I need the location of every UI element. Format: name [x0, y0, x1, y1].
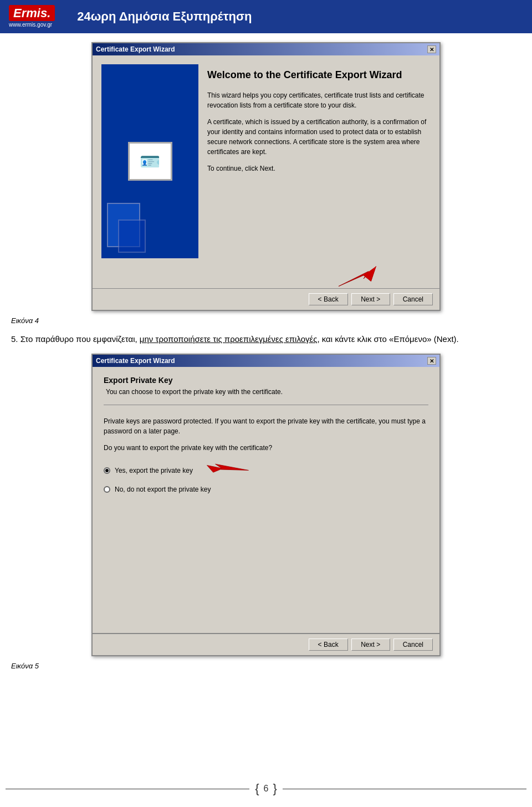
footer-brace-right: }	[273, 782, 277, 796]
dialog2-section-title: Export Private Key	[104, 376, 428, 385]
footer-line-left	[6, 789, 249, 789]
dialog1-cancel-button[interactable]: Cancel	[393, 293, 433, 305]
radio-no-label: No, do not export the private key	[115, 486, 211, 493]
dialog1-close-button[interactable]: ✕	[427, 45, 436, 53]
dialog1-paragraph1: This wizard helps you copy certificates,…	[207, 90, 431, 110]
dialog1-paragraph3: To continue, click Next.	[207, 164, 431, 173]
dialog1-paragraph2: A certificate, which is issued by a cert…	[207, 117, 431, 157]
caption2: Εικόνα 5	[11, 662, 521, 670]
svg-marker-2	[207, 464, 248, 472]
header-title: 24ωρη Δημόσια Εξυπηρέτηση	[77, 9, 252, 24]
dialog2-divider	[104, 405, 428, 405]
dialog1-next-button[interactable]: Next >	[351, 293, 390, 305]
footer-page-number: 6	[259, 784, 273, 794]
dialog2-close-button[interactable]: ✕	[427, 357, 436, 365]
step5-after: , και κάντε κλικ στο «Επόμενο» (Next).	[317, 334, 458, 344]
dialog2-body: Export Private Key You can choose to exp…	[93, 367, 439, 633]
caption1: Εικόνα 4	[11, 316, 521, 325]
certificate-icon-box: 🪪	[128, 142, 172, 181]
red-arrow-next	[329, 261, 378, 292]
dialog2-info: Private keys are password protected. If …	[104, 416, 428, 436]
dialog1-image-panel: 🪪	[101, 64, 198, 258]
dialog1-titlebar: Certificate Export Wizard ✕	[93, 43, 439, 55]
dialog1-title: Certificate Export Wizard	[96, 45, 175, 53]
dialog2-titlebar: Certificate Export Wizard ✕	[93, 355, 439, 367]
radio-yes-label: Yes, export the private key	[115, 467, 193, 474]
logo-url: www.ermis.gov.gr	[9, 22, 55, 28]
dialog2-footer: < Back Next > Cancel	[93, 634, 439, 655]
header: Ermis. www.ermis.gov.gr 24ωρη Δημόσια Εξ…	[0, 0, 532, 33]
page-footer: { 6 }	[0, 782, 532, 796]
dialog2-subtitle: You can choose to export the private key…	[104, 388, 428, 396]
dialog2-question: Do you want to export the private key wi…	[104, 444, 428, 452]
dialog2-title: Certificate Export Wizard	[96, 357, 175, 365]
footer-line-right	[283, 789, 526, 789]
dialog1-certificate-export-wizard: Certificate Export Wizard ✕ 🪪 Welcome to…	[91, 42, 441, 311]
step5-text: 5. Στο παράθυρο που εμφανίζεται, μην τρο…	[11, 333, 521, 346]
radio-no-option[interactable]: No, do not export the private key	[104, 486, 428, 493]
step5-before: 5. Στο παράθυρο που εμφανίζεται,	[11, 334, 140, 344]
logo: Ermis. www.ermis.gov.gr	[9, 6, 55, 28]
dialog1-text-area: Welcome to the Certificate Export Wizard…	[207, 64, 431, 279]
step5-underline: μην τροποποιήσετε τις προεπιλεγμένες επι…	[140, 334, 318, 344]
dialog2-export-private-key: Certificate Export Wizard ✕ Export Priva…	[91, 354, 441, 656]
dialog1-body: 🪪 Welcome to the Certificate Export Wiza…	[93, 55, 439, 288]
dialog2-back-button[interactable]: < Back	[309, 639, 348, 651]
logo-text: Ermis.	[9, 5, 55, 21]
certificate-icon: 🪪	[140, 152, 160, 171]
footer-brace-left: {	[255, 782, 259, 796]
red-arrow-radio	[203, 461, 253, 480]
radio-yes-option[interactable]: Yes, export the private key	[104, 461, 428, 480]
dialog2-cancel-button[interactable]: Cancel	[393, 639, 433, 651]
dialog2-next-button[interactable]: Next >	[351, 639, 390, 651]
dialog1-heading: Welcome to the Certificate Export Wizard	[207, 69, 431, 81]
radio-no-button[interactable]	[104, 486, 110, 493]
dialog1-back-button[interactable]: < Back	[309, 293, 348, 305]
dialog1-footer: < Back Next > Cancel	[93, 288, 439, 310]
main-content: Certificate Export Wizard ✕ 🪪 Welcome to…	[0, 33, 532, 679]
radio-yes-button[interactable]	[104, 467, 110, 474]
